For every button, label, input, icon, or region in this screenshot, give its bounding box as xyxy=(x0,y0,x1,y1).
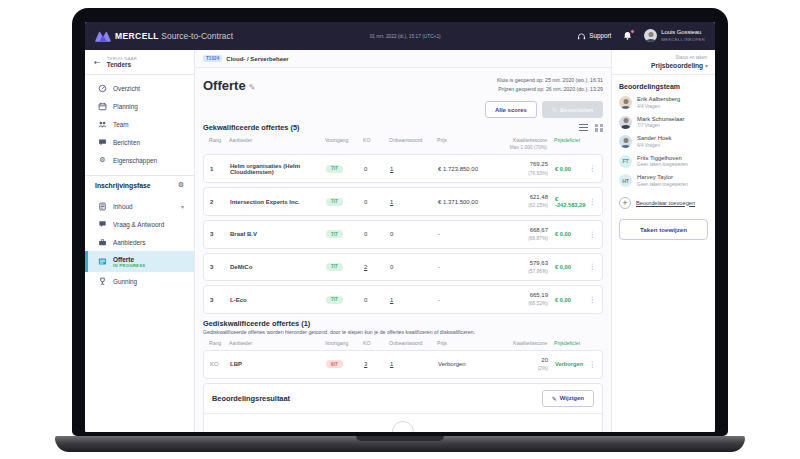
offer-supplier: Intersection Experts Inc. xyxy=(230,199,326,205)
brand-name: MERCELL xyxy=(115,31,159,41)
kebab-menu-icon[interactable]: ⋮ xyxy=(586,360,596,369)
add-assessor[interactable]: + Beoordelaar toevoegen xyxy=(619,197,708,209)
disqualified-offer-row[interactable]: KO LBP 6/7 3 1 Verborgen 20(2%) Verborge… xyxy=(203,350,603,379)
sidebar-item-vraag-antwoord[interactable]: Vraag & Antwoord xyxy=(85,215,194,233)
col-onbeantwoord: Onbeantwoord xyxy=(389,137,437,143)
ko-link[interactable]: 3 xyxy=(364,361,367,367)
sidebar-item-overzicht[interactable]: Overzicht xyxy=(85,79,194,97)
assess-button[interactable]: ✎Beoordelen xyxy=(542,101,603,118)
offer-rank: 3 xyxy=(210,264,230,270)
notifications-button[interactable] xyxy=(623,31,632,40)
ko-link[interactable]: 2 xyxy=(364,264,367,270)
status-dropdown[interactable]: Prijsbeoordeling ▾ xyxy=(619,62,708,69)
member-subtext: Geen taken toegewezen xyxy=(637,182,688,187)
user-menu[interactable]: Louis Gossieau MERCELL INKOPER xyxy=(644,29,705,43)
sidebar-item-aanbieders[interactable]: Aanbieders xyxy=(85,233,194,251)
grid-view-icon[interactable] xyxy=(595,124,603,132)
offer-row[interactable]: 3 DeMiCo 7/7 2 0 - 579,63(57,96%) € 0,00… xyxy=(203,253,603,282)
sidebar-item-gunning[interactable]: Gunning xyxy=(85,272,194,290)
team-title: Beoordelingsteam xyxy=(619,83,708,90)
kebab-menu-icon[interactable]: ⋮ xyxy=(586,295,596,304)
col-ko: KO xyxy=(363,340,389,346)
team-member[interactable]: Mark Schunselaar7/7 Vragen xyxy=(619,116,708,129)
price-deficit-cell: € 0,00 xyxy=(548,297,586,303)
team-member[interactable]: FT Frits TiggelhovenGeen taken toegeweze… xyxy=(619,155,708,168)
laptop-base xyxy=(55,436,745,452)
disqualified-description: Gediskwalificeerde offertes worden hiero… xyxy=(203,329,603,335)
ko-count: 0 xyxy=(364,231,390,237)
team-member[interactable]: Sander Hoek4/4 Vragen xyxy=(619,135,708,148)
sidebar-item-planning[interactable]: Planning xyxy=(85,97,194,115)
team-member[interactable]: Erik Aalbersberg4/4 Vragen xyxy=(619,96,708,109)
phase-gear-icon[interactable]: ⚙ xyxy=(178,182,184,189)
offer-rank: 2 xyxy=(210,199,230,205)
offer-row[interactable]: 2 Intersection Experts Inc. 7/7 0 1 € 1.… xyxy=(203,187,603,216)
kebab-menu-icon[interactable]: ⋮ xyxy=(586,164,596,173)
member-name: Harvey Taylor xyxy=(637,174,688,182)
price-cell: € 1.723.850,00 xyxy=(438,166,498,172)
back-to-tenders[interactable]: ← TERUG NAAR Tenders xyxy=(85,50,194,75)
sidebar-item-label: Overzicht xyxy=(113,85,184,92)
support-label: Support xyxy=(589,32,611,39)
price-cell: Verborgen xyxy=(438,361,498,367)
main-scroll: Offerte✎ Kluis is geopend op: 25 mrt. 20… xyxy=(195,68,611,432)
member-name: Mark Schunselaar xyxy=(637,116,684,124)
user-name: Louis Gossieau xyxy=(661,29,705,37)
list-view-icon[interactable] xyxy=(579,124,588,131)
sidebar-item-team[interactable]: Team xyxy=(85,115,194,133)
briefcase-icon xyxy=(98,238,107,247)
progress-badge: 7/7 xyxy=(326,165,343,173)
progress-badge: 7/7 xyxy=(326,230,343,238)
sidebar-item-label: Berichten xyxy=(113,139,184,146)
offer-supplier: Braaf B.V xyxy=(230,231,326,237)
calendar-icon xyxy=(98,102,107,111)
unanswered-link[interactable]: 1 xyxy=(390,361,393,367)
offer-row[interactable]: 3 Braaf B.V 7/7 0 0 - 668,67(66,87%) € 0… xyxy=(203,220,603,249)
chevron-down-icon: ▾ xyxy=(181,203,184,210)
mercell-logo xyxy=(95,31,111,42)
price-cell: - xyxy=(438,231,498,237)
offer-envelope-icon xyxy=(98,257,107,266)
back-title: Tenders xyxy=(107,61,137,68)
quality-score-cell: 621,48(62,15%) xyxy=(498,193,548,210)
team-member[interactable]: HT Harvey TaylorGeen taken toegewezen xyxy=(619,174,708,187)
unanswered-link[interactable]: 1 xyxy=(390,166,393,172)
tender-id-badge: T1024 xyxy=(203,55,222,62)
offer-row[interactable]: 3 L-Eco 7/7 0 1 - 665,19(66,52%) € 0,00 … xyxy=(203,285,603,314)
sidebar-item-offerte[interactable]: Offerte IN PROGRESS xyxy=(85,251,194,272)
status-badge: IN PROGRESS xyxy=(113,263,184,268)
all-scores-button[interactable]: Alle scores xyxy=(485,101,537,118)
sidebar-item-eigenschappen[interactable]: ⚙ Eigenschappen xyxy=(85,151,194,169)
support-button[interactable]: Support xyxy=(577,32,611,40)
kebab-menu-icon[interactable]: ⋮ xyxy=(586,262,596,271)
disqualified-section-title: Gediskwalificeerde offertes (1) xyxy=(203,319,603,328)
message-icon xyxy=(98,138,107,147)
brand-text: MERCELL Source-to-Contract xyxy=(115,31,233,41)
assign-tasks-button[interactable]: Taken toewijzen xyxy=(619,219,708,240)
col-score-sub: Max 1.000 (70%) xyxy=(510,145,547,150)
member-avatar xyxy=(619,135,632,148)
sidebar-item-label: Eigenschappen xyxy=(113,157,184,164)
progress-cell: 7/7 xyxy=(326,165,364,173)
quality-score-cell: 668,67(66,87%) xyxy=(498,226,548,243)
progress-badge: 7/7 xyxy=(326,198,343,206)
unanswered-link[interactable]: 1 xyxy=(390,297,393,303)
qualified-table-header: Rang Aanbieder Voortgang KO Onbeantwoord… xyxy=(203,133,603,154)
sidebar-item-berichten[interactable]: Berichten xyxy=(85,133,194,151)
offer-row[interactable]: 1 Helm organisaties (Helm Clouddiensten)… xyxy=(203,154,603,183)
sidebar-item-label: Vraag & Antwoord xyxy=(113,221,184,228)
edit-result-button[interactable]: ✎Wijzigen xyxy=(542,390,594,407)
kebab-menu-icon[interactable]: ⋮ xyxy=(586,230,596,239)
quality-score-cell: 769,25(76,93%) xyxy=(498,160,548,177)
main-content: T1024 Cloud- / Serverbeheer Offerte✎ Klu… xyxy=(195,50,611,432)
ko-count: 0 xyxy=(364,166,390,172)
member-initials-avatar: HT xyxy=(619,174,632,187)
add-assessor-link: Beoordelaar toevoegen xyxy=(636,200,695,206)
breadcrumb: T1024 Cloud- / Serverbeheer xyxy=(195,50,611,68)
progress-cell: 7/7 xyxy=(326,263,364,271)
unanswered-link[interactable]: 1 xyxy=(390,199,393,205)
sidebar-item-inhoud[interactable]: Inhoud ▾ xyxy=(85,197,194,215)
kebab-menu-icon[interactable]: ⋮ xyxy=(586,197,596,206)
topbar: MERCELL Source-to-Contract 01 mrt. 2022 … xyxy=(85,22,715,50)
edit-title-icon[interactable]: ✎ xyxy=(249,83,256,92)
